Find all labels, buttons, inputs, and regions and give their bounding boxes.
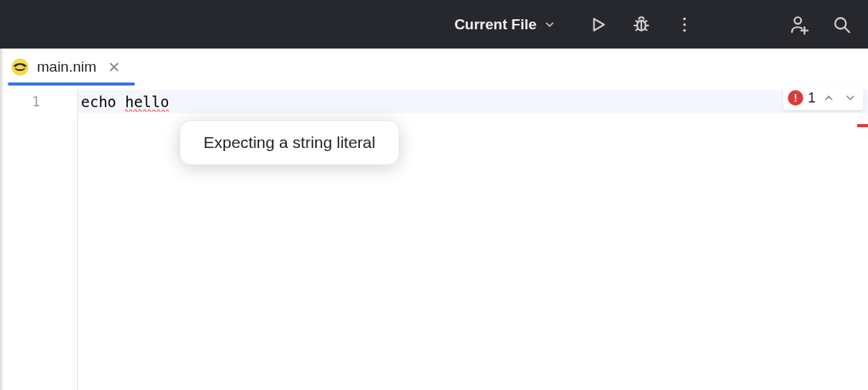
tooltip-message: Expecting a string literal — [204, 133, 375, 151]
prev-highlight-button[interactable] — [820, 89, 837, 106]
nim-file-icon — [11, 58, 29, 76]
run-configuration-selector[interactable]: Current File — [446, 12, 564, 38]
error-count: 1 — [808, 90, 816, 106]
line-number: 1 — [0, 90, 40, 113]
run-config-label: Current File — [454, 16, 537, 33]
svg-point-11 — [683, 29, 685, 31]
svg-point-10 — [683, 23, 685, 25]
editor-tab-bar: main.nim — [0, 49, 868, 86]
more-actions-button[interactable] — [674, 14, 695, 35]
svg-point-9 — [683, 17, 685, 19]
error-stripe-marker[interactable] — [857, 124, 868, 127]
debug-button[interactable] — [631, 14, 652, 35]
svg-line-8 — [644, 29, 647, 30]
code-with-me-button[interactable] — [788, 14, 809, 35]
chevron-down-icon — [543, 18, 557, 32]
run-button[interactable] — [587, 14, 609, 35]
code-line-1[interactable]: echo hello — [78, 90, 868, 113]
top-toolbar: Current File — [0, 0, 868, 49]
svg-line-16 — [845, 27, 849, 32]
tab-filename: main.nim — [37, 59, 96, 76]
svg-line-7 — [635, 29, 638, 30]
code-area[interactable]: echo hello Expecting a string literal ! … — [77, 86, 868, 390]
editor-tab-main-nim[interactable]: main.nim — [5, 49, 130, 85]
close-tab-button[interactable] — [107, 60, 121, 74]
code-token-hello-error: hello — [125, 93, 169, 113]
inspection-widget[interactable]: ! 1 — [783, 86, 863, 110]
error-tooltip: Expecting a string literal — [180, 120, 399, 165]
svg-point-17 — [12, 59, 29, 76]
toolbar-run-group — [587, 14, 695, 35]
line-number-gutter: 1 — [0, 86, 77, 390]
error-icon: ! — [788, 90, 803, 106]
search-everywhere-button[interactable] — [831, 14, 853, 35]
next-highlight-button[interactable] — [842, 89, 859, 106]
svg-line-6 — [644, 20, 647, 22]
toolbar-right-group — [788, 14, 853, 35]
code-editor[interactable]: 1 echo hello Expecting a string literal … — [0, 86, 868, 390]
left-shadow — [0, 49, 4, 390]
svg-point-12 — [795, 17, 802, 24]
svg-marker-0 — [594, 18, 604, 30]
code-token-echo: echo — [81, 93, 125, 110]
svg-line-5 — [635, 20, 638, 22]
